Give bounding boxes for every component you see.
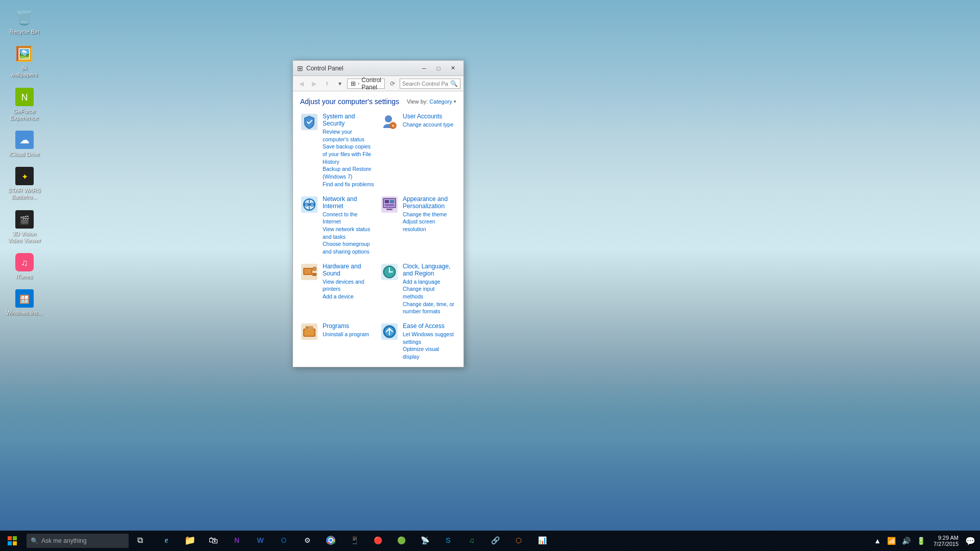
system-security-icon	[300, 113, 318, 131]
network-link-2[interactable]: View network status and tasks	[323, 226, 376, 240]
programs-title[interactable]: Programs	[323, 322, 376, 330]
desktop-icon-wallpapers[interactable]: 🖼️ 8k wallpapers	[5, 41, 43, 80]
clock-date: 7/27/2015	[934, 541, 959, 547]
recycle-bin-label: Recycle Bin	[9, 29, 39, 35]
svg-rect-49	[8, 541, 12, 545]
appearance-title[interactable]: Appearance and Personalization	[403, 195, 456, 210]
svg-rect-23	[385, 200, 389, 203]
search-input[interactable]	[402, 81, 448, 87]
search-bar[interactable]: 🔍	[400, 79, 460, 89]
hardware-content: Hardware and Sound View devices and prin…	[323, 263, 376, 300]
taskbar-app-misc6[interactable]: 🔗	[484, 531, 506, 551]
hardware-link-1[interactable]: View devices and printers	[323, 278, 376, 293]
appearance-content: Appearance and Personalization Change th…	[403, 195, 456, 233]
category-link[interactable]: Category	[429, 98, 452, 105]
taskbar-app-skype[interactable]: S	[437, 531, 459, 551]
svg-rect-41	[304, 330, 314, 336]
desktop-icon-icloud[interactable]: ☁ iCloud Drive	[5, 128, 43, 160]
clock-title[interactable]: Clock, Language, and Region	[403, 263, 456, 277]
taskbar-app-misc7[interactable]: ⬡	[507, 531, 530, 551]
taskbar-app-store[interactable]: 🛍	[202, 531, 225, 551]
starwars-label: STAR WARS Battlefro...	[7, 187, 41, 201]
taskbar-clock[interactable]: 9:29 AM 7/27/2015	[929, 534, 963, 548]
search-icon: 🔍	[450, 80, 458, 87]
address-bar[interactable]: ⊞ › Control Panel	[347, 79, 385, 89]
tray-show-hidden[interactable]: ▲	[872, 536, 883, 546]
system-security-link-2[interactable]: Save backup copies of your files with Fi…	[323, 143, 376, 165]
clock-link-2[interactable]: Change input methods	[403, 285, 456, 300]
clock-content: Clock, Language, and Region Add a langua…	[403, 263, 456, 315]
taskbar-search[interactable]: 🔍	[27, 534, 129, 548]
system-security-link-4[interactable]: Find and fix problems	[323, 181, 376, 188]
taskbar-app-misc8[interactable]: 📊	[531, 531, 553, 551]
desktop-icon-vision[interactable]: 🎬 3D Vision Video Viewer	[5, 207, 43, 246]
scene-water	[0, 378, 980, 531]
svg-rect-32	[312, 273, 316, 276]
desktop-icon-itunes[interactable]: ♫ iTunes	[5, 250, 43, 282]
clock-link-3[interactable]: Change date, time, or number formats	[403, 300, 456, 315]
back-button[interactable]: ◀	[296, 78, 307, 89]
clock-time: 9:29 AM	[938, 535, 959, 541]
desktop-icon-starwars[interactable]: ✦ STAR WARS Battlefro...	[5, 164, 43, 203]
svg-rect-25	[385, 204, 394, 206]
programs-link-1[interactable]: Uninstall a program	[323, 331, 376, 338]
desktop-icon-geforce[interactable]: N GeForce Experience	[5, 85, 43, 123]
desktop-icon-windows-ins[interactable]: 🪟 Windows.Ins...	[5, 286, 43, 318]
notification-button[interactable]: 💬	[965, 531, 976, 551]
system-tray: ▲ 📶 🔊 🔋 9:29 AM 7/27/2015 💬	[872, 531, 980, 551]
network-icon	[300, 195, 318, 214]
taskbar-app-spotify[interactable]: ♫	[460, 531, 483, 551]
appearance-link-1[interactable]: Change the theme	[403, 211, 456, 218]
system-security-link-1[interactable]: Review your computer's status	[323, 128, 376, 143]
taskbar-app-misc3[interactable]: 🔴	[366, 531, 389, 551]
appearance-link-2[interactable]: Adjust screen resolution	[403, 218, 456, 233]
start-button[interactable]	[0, 531, 24, 551]
user-accounts-title[interactable]: User Accounts	[403, 113, 456, 120]
taskbar-app-onenote[interactable]: N	[226, 531, 248, 551]
taskbar-search-input[interactable]	[41, 537, 113, 544]
desktop-icon-recycle-bin[interactable]: 🗑️ Recycle Bin	[5, 5, 43, 37]
svg-text:✦: ✦	[21, 172, 28, 181]
system-security-content: System and Security Review your computer…	[323, 113, 376, 188]
tray-network-icon[interactable]: 📶	[885, 536, 898, 546]
refresh-button[interactable]: ⟳	[387, 78, 398, 89]
taskbar-app-misc5[interactable]: 📡	[413, 531, 436, 551]
ease-link-2[interactable]: Optimize visual display	[403, 345, 456, 360]
tray-volume-icon[interactable]: 🔊	[900, 536, 913, 546]
hardware-link-2[interactable]: Add a device	[323, 293, 376, 300]
forward-button[interactable]: ▶	[309, 78, 320, 89]
system-security-link-3[interactable]: Backup and Restore (Windows 7)	[323, 165, 376, 180]
minimize-button[interactable]: ─	[418, 63, 431, 73]
ease-of-access-title[interactable]: Ease of Access	[403, 322, 456, 330]
programs-icon	[300, 322, 318, 341]
svg-point-38	[389, 271, 390, 272]
taskbar-app-misc2[interactable]: 📱	[343, 531, 365, 551]
svg-point-13	[385, 115, 392, 122]
taskbar-app-misc1[interactable]: ⚙	[296, 531, 318, 551]
ease-link-1[interactable]: Let Windows suggest settings	[403, 331, 456, 345]
svg-point-31	[313, 267, 316, 270]
maximize-button[interactable]: □	[432, 63, 445, 73]
tray-battery-icon[interactable]: 🔋	[915, 536, 927, 546]
taskbar-app-chrome[interactable]	[320, 531, 342, 551]
network-link-3[interactable]: Choose homegroup and sharing options	[323, 240, 376, 255]
hardware-title[interactable]: Hardware and Sound	[323, 263, 376, 277]
taskbar-app-edge[interactable]: e	[155, 531, 178, 551]
close-button[interactable]: ✕	[446, 63, 459, 73]
svg-text:♫: ♫	[21, 258, 28, 268]
up-button[interactable]: ↑	[322, 78, 332, 89]
taskbar-app-explorer[interactable]: 📁	[179, 531, 201, 551]
task-view-button[interactable]: ⧉	[129, 531, 151, 551]
clock-link-1[interactable]: Add a language	[403, 278, 456, 286]
path-icon: ⊞	[351, 80, 356, 87]
taskbar-app-misc4[interactable]: 🟢	[390, 531, 412, 551]
taskbar-app-outlook[interactable]: O	[273, 531, 295, 551]
system-security-title[interactable]: System and Security	[323, 113, 376, 127]
network-title[interactable]: Network and Internet	[323, 195, 376, 210]
user-accounts-link-1[interactable]: Change account type	[403, 121, 456, 129]
svg-text:+: +	[391, 123, 394, 129]
taskbar-app-word[interactable]: W	[249, 531, 272, 551]
category-user-accounts: + User Accounts Change account type	[380, 113, 456, 188]
network-link-1[interactable]: Connect to the Internet	[323, 211, 376, 226]
recent-button[interactable]: ▾	[334, 78, 345, 89]
